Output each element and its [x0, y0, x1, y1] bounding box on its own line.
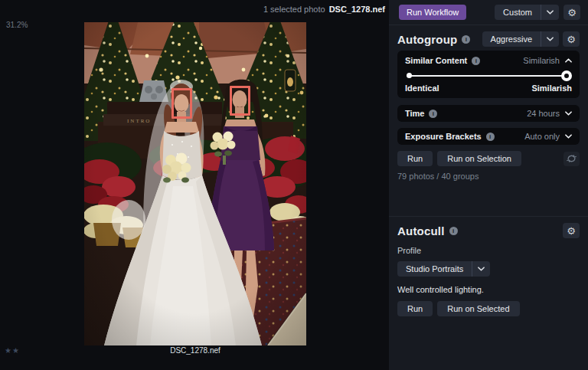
viewer-topbar: 1 selected photo DSC_1278.nef: [0, 0, 389, 15]
workflow-settings-gear-icon[interactable]: ⚙: [564, 5, 580, 20]
info-icon[interactable]: i: [486, 133, 495, 141]
chevron-up-icon[interactable]: [565, 58, 572, 63]
time-value: 24 hours: [527, 109, 560, 118]
photo-viewer: 1 selected photo DSC_1278.nef 31.2%: [0, 0, 389, 370]
star-rating[interactable]: ★★: [5, 346, 20, 355]
sidebar-divider: [389, 216, 588, 217]
exposure-brackets-value: Auto only: [524, 132, 560, 141]
selection-count-label: 1 selected photo: [263, 5, 325, 14]
autocull-header: Autocull i ⚙: [397, 223, 580, 238]
workflow-preset-dropdown[interactable]: Custom: [495, 5, 559, 20]
profile-label: Profile: [397, 246, 580, 255]
similar-content-slider[interactable]: [407, 70, 570, 81]
sidebar: Run Workflow Custom ⚙ Autogroup i Aggres…: [389, 0, 588, 370]
aggressiveness-value: Aggressive: [482, 31, 541, 47]
slider-handle[interactable]: [561, 70, 572, 81]
autogroup-run-on-selection-button[interactable]: Run on Selection: [437, 151, 521, 166]
info-icon[interactable]: i: [472, 57, 480, 65]
run-workflow-button[interactable]: Run Workflow: [399, 5, 466, 20]
photo-caption: DSC_1278.nef: [84, 346, 306, 355]
time-label: Time i: [405, 109, 437, 118]
autogroup-run-button[interactable]: Run: [397, 151, 433, 166]
slider-min-label: Identical: [405, 83, 439, 93]
info-icon[interactable]: i: [462, 35, 470, 44]
autogroup-settings-gear-icon[interactable]: ⚙: [563, 31, 580, 47]
refresh-icon[interactable]: [564, 152, 580, 166]
profile-description: Well controlled lighting.: [397, 285, 580, 294]
profile-value: Studio Portraits: [397, 261, 472, 277]
autocull-run-button[interactable]: Run: [397, 301, 433, 316]
similar-content-card: Similar Content i Similarish: [397, 51, 580, 98]
photo-canvas[interactable]: INTRO: [84, 22, 306, 345]
face-detection-box[interactable]: [172, 88, 192, 119]
autogroup-header: Autogroup i Aggressive ⚙: [397, 31, 580, 47]
autogroup-title: Autogroup: [397, 33, 457, 46]
workflow-preset-value: Custom: [495, 5, 541, 20]
autocull-settings-gear-icon[interactable]: ⚙: [563, 223, 580, 238]
info-icon[interactable]: i: [449, 227, 458, 235]
info-icon[interactable]: i: [429, 110, 437, 118]
face-detection-box[interactable]: [230, 86, 250, 116]
chevron-down-icon: [472, 261, 490, 277]
chevron-down-icon[interactable]: [565, 111, 572, 116]
photo-image: INTRO: [84, 22, 306, 345]
slider-min-dot: [407, 73, 412, 78]
time-setting-row[interactable]: Time i 24 hours: [397, 105, 580, 122]
autogroup-stats: 79 photos / 40 groups: [397, 172, 580, 181]
zoom-level-indicator: 31.2%: [6, 21, 28, 29]
chevron-down-icon: [541, 31, 559, 47]
chevron-down-icon: [541, 5, 559, 20]
slider-max-label: Similarish: [531, 83, 572, 93]
slider-track[interactable]: [407, 75, 570, 77]
autogroup-aggressiveness-dropdown[interactable]: Aggressive: [482, 31, 559, 47]
exposure-brackets-label: Exposure Brackets i: [405, 132, 495, 141]
app-root: 1 selected photo DSC_1278.nef 31.2%: [0, 0, 588, 370]
workflow-toolbar: Run Workflow Custom ⚙: [389, 0, 588, 25]
similar-content-label: Similar Content i: [405, 56, 480, 65]
profile-dropdown[interactable]: Studio Portraits: [397, 261, 490, 277]
similar-content-value: Similarish: [523, 56, 560, 65]
autocull-run-on-selected-button[interactable]: Run on Selected: [437, 301, 519, 316]
autocull-title: Autocull: [397, 224, 445, 237]
exposure-brackets-row[interactable]: Exposure Brackets i Auto only: [397, 128, 580, 145]
selected-filename: DSC_1278.nef: [329, 5, 385, 14]
chevron-down-icon[interactable]: [565, 134, 572, 139]
